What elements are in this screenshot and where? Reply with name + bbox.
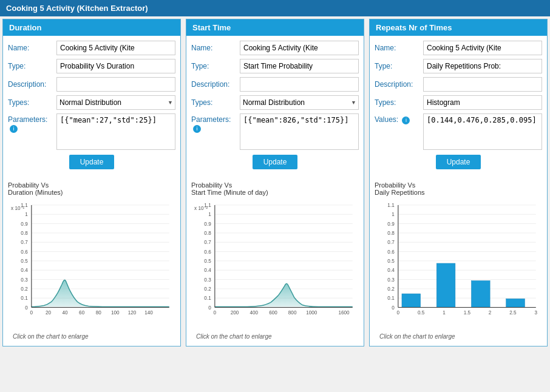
- svg-text:100: 100: [111, 310, 120, 316]
- start-time-types-select[interactable]: Normal Distribution Histogram: [240, 95, 359, 110]
- duration-params-row: Parameters: i [{"mean":27,"std":25}]: [8, 113, 175, 150]
- svg-text:120: 120: [128, 310, 137, 316]
- svg-text:1: 1: [208, 212, 211, 217]
- start-time-params-label: Parameters: i: [191, 113, 240, 133]
- start-time-type-input[interactable]: [240, 59, 359, 73]
- duration-types-row: Types: Normal Distribution Histogram ▼: [8, 95, 175, 110]
- svg-text:0.3: 0.3: [387, 277, 395, 283]
- duration-type-label: Type:: [8, 62, 56, 70]
- duration-chart-section: Probability VsDuration (Minutes): [3, 179, 180, 346]
- svg-text:0: 0: [25, 305, 28, 311]
- start-time-name-input[interactable]: [240, 41, 359, 55]
- repeats-content: Name: Type: Description: Types: Values: …: [370, 36, 547, 179]
- svg-text:0.4: 0.4: [21, 268, 28, 273]
- start-time-type-label: Type:: [191, 62, 240, 70]
- svg-text:60: 60: [79, 310, 85, 316]
- repeats-desc-row: Description:: [375, 77, 542, 92]
- svg-rect-103: [402, 294, 421, 307]
- svg-text:2.5: 2.5: [509, 310, 517, 316]
- svg-text:0.1: 0.1: [21, 296, 28, 301]
- repeats-values-textarea[interactable]: [0.144,0.476,0.285,0.095]: [423, 113, 542, 150]
- repeats-header: Repeats Nr of Times: [370, 19, 547, 36]
- repeats-chart-section: Probability VsDaily Repetitions: [370, 179, 547, 346]
- svg-text:400: 400: [250, 310, 258, 316]
- svg-text:0.8: 0.8: [204, 231, 211, 236]
- duration-type-row: Type:: [8, 59, 175, 73]
- repeats-chart-svg: 1.1 1 0.9 0.8 0.7 0.6 0.5 0.4 0.3 0.2 0.…: [375, 197, 542, 331]
- start-time-update-button[interactable]: Update: [253, 155, 298, 169]
- svg-text:0: 0: [214, 310, 217, 316]
- svg-text:0.6: 0.6: [21, 249, 28, 255]
- start-time-name-label: Name:: [191, 44, 240, 52]
- duration-chart-container[interactable]: 1.1 1 0.9 0.8 0.7 0.6 0.5 0.4 0.3 0.2 0.…: [8, 197, 175, 331]
- svg-text:3: 3: [535, 310, 538, 316]
- repeats-name-label: Name:: [375, 44, 423, 52]
- duration-params-textarea[interactable]: [{"mean":27,"std":25}]: [56, 113, 175, 150]
- svg-text:x 10⁻¹: x 10⁻¹: [11, 206, 24, 211]
- repeats-types-row: Types:: [375, 95, 542, 110]
- start-time-types-row: Types: Normal Distribution Histogram ▼: [191, 95, 359, 110]
- duration-panel: Duration Name: Type: Description: Types:…: [2, 19, 181, 346]
- start-time-params-textarea[interactable]: [{"mean":826,"std":175}]: [240, 113, 359, 150]
- svg-text:0: 0: [30, 310, 33, 316]
- svg-text:1.5: 1.5: [464, 310, 471, 316]
- repeats-info-icon[interactable]: i: [402, 117, 410, 124]
- svg-text:1: 1: [25, 212, 28, 217]
- svg-text:0.8: 0.8: [21, 231, 28, 236]
- repeats-values-label: Values: i: [375, 113, 423, 124]
- start-time-chart-title: Probability VsStart Time (Minute of day): [191, 181, 359, 196]
- repeats-update-button[interactable]: Update: [436, 155, 481, 169]
- start-time-desc-input[interactable]: [240, 77, 359, 92]
- duration-types-select[interactable]: Normal Distribution Histogram: [56, 95, 175, 110]
- duration-name-input[interactable]: [56, 41, 175, 55]
- svg-text:0.5: 0.5: [418, 310, 425, 316]
- duration-desc-input[interactable]: [56, 77, 175, 92]
- duration-desc-row: Description:: [8, 77, 175, 92]
- duration-header: Duration: [3, 19, 180, 36]
- repeats-name-input[interactable]: [423, 41, 542, 55]
- svg-text:0.9: 0.9: [204, 221, 211, 227]
- duration-chart-note: Click on the chart to enlarge: [8, 331, 175, 343]
- duration-name-row: Name:: [8, 41, 175, 55]
- svg-rect-105: [471, 281, 490, 308]
- svg-text:0.6: 0.6: [387, 249, 395, 255]
- start-time-desc-row: Description:: [191, 77, 359, 92]
- duration-update-button[interactable]: Update: [69, 155, 115, 169]
- svg-text:0.9: 0.9: [387, 221, 395, 227]
- svg-text:1.1: 1.1: [387, 203, 395, 208]
- start-time-desc-label: Description:: [191, 80, 240, 89]
- repeats-panel: Repeats Nr of Times Name: Type: Descript…: [369, 19, 548, 346]
- svg-text:0.3: 0.3: [204, 277, 211, 283]
- repeats-chart-container[interactable]: 1.1 1 0.9 0.8 0.7 0.6 0.5 0.4 0.3 0.2 0.…: [375, 197, 542, 331]
- repeats-type-input[interactable]: [423, 59, 542, 73]
- start-time-type-row: Type:: [191, 59, 359, 73]
- svg-text:140: 140: [144, 310, 153, 316]
- svg-text:0.7: 0.7: [204, 240, 211, 245]
- start-time-panel: Start Time Name: Type: Description: Type…: [186, 19, 364, 346]
- svg-text:20: 20: [46, 310, 52, 316]
- start-time-info-icon[interactable]: i: [193, 125, 201, 133]
- repeats-chart-title: Probability VsDaily Repetitions: [375, 181, 542, 196]
- svg-text:1: 1: [443, 310, 446, 316]
- duration-info-icon[interactable]: i: [10, 125, 18, 133]
- start-time-types-label: Types:: [191, 98, 240, 107]
- svg-rect-106: [506, 299, 525, 307]
- repeats-type-row: Type:: [375, 59, 542, 73]
- repeats-desc-label: Description:: [375, 80, 423, 89]
- svg-rect-104: [436, 263, 455, 308]
- svg-text:0.2: 0.2: [387, 286, 395, 292]
- repeats-desc-input[interactable]: [423, 77, 542, 92]
- svg-text:0.2: 0.2: [204, 286, 211, 292]
- duration-types-select-wrapper: Normal Distribution Histogram ▼: [56, 95, 175, 110]
- start-time-content: Name: Type: Description: Types: Normal D…: [186, 36, 364, 179]
- start-time-chart-container[interactable]: 1.1 1 0.9 0.8 0.7 0.6 0.5 0.4 0.3 0.2 0.…: [191, 197, 359, 331]
- start-time-chart-section: Probability VsStart Time (Minute of day): [186, 179, 364, 346]
- start-time-header: Start Time: [186, 19, 364, 36]
- svg-text:0.2: 0.2: [21, 286, 28, 292]
- duration-type-input[interactable]: [56, 59, 175, 73]
- svg-text:0: 0: [392, 305, 395, 311]
- svg-text:1600: 1600: [338, 310, 350, 316]
- repeats-types-input[interactable]: [423, 95, 542, 110]
- repeats-type-label: Type:: [375, 62, 423, 70]
- svg-text:0.7: 0.7: [21, 240, 28, 245]
